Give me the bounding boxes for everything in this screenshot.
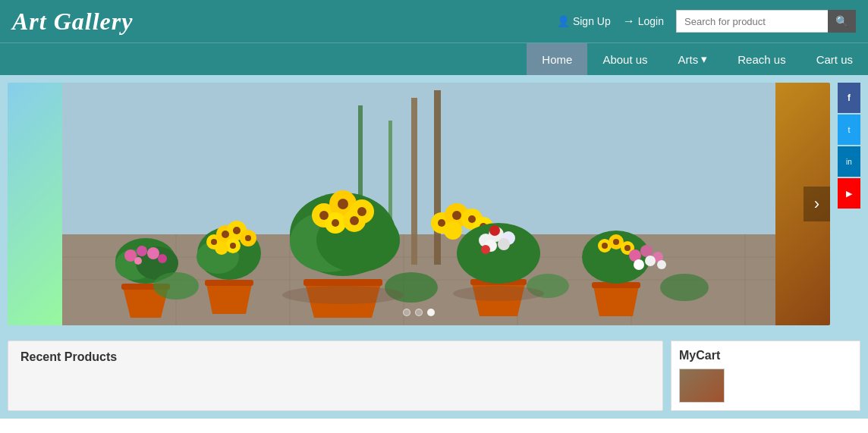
svg-point-20 (137, 246, 147, 256)
user-icon (557, 15, 570, 27)
search-bar: 🔍 (676, 10, 856, 33)
carousel-wrapper: › (8, 83, 830, 325)
nav-item-cart[interactable]: Cart us (801, 43, 868, 75)
carousel-dot-2[interactable] (415, 309, 423, 316)
carousel-dot-3[interactable] (427, 309, 435, 316)
nav-item-arts[interactable]: Arts ▾ (663, 43, 723, 75)
carousel-dots (403, 309, 435, 316)
svg-point-51 (357, 207, 366, 216)
svg-point-83 (640, 245, 653, 257)
svg-point-61 (468, 215, 476, 223)
svg-point-38 (230, 243, 236, 249)
svg-rect-13 (434, 90, 441, 265)
svg-rect-12 (411, 98, 417, 265)
svg-point-87 (657, 260, 666, 269)
svg-point-36 (233, 227, 241, 234)
nav-item-reach[interactable]: Reach us (722, 43, 800, 75)
svg-point-92 (282, 286, 404, 304)
svg-point-52 (332, 219, 339, 227)
social-linkedin-button[interactable]: in (838, 146, 860, 177)
svg-point-58 (444, 221, 462, 240)
svg-point-60 (452, 211, 461, 220)
nav-item-about[interactable]: About us (587, 43, 662, 75)
svg-point-21 (147, 247, 159, 259)
svg-point-50 (338, 199, 348, 209)
svg-point-34 (211, 239, 217, 245)
carousel-dot-1[interactable] (403, 309, 410, 316)
svg-point-80 (613, 239, 619, 245)
login-button[interactable]: Login (623, 14, 664, 28)
svg-point-59 (438, 219, 445, 227)
svg-point-70 (498, 238, 510, 250)
cart-thumbnail-image (679, 369, 725, 403)
recent-products-title: Recent Products (20, 350, 650, 364)
header-actions: Sign Up Login 🔍 (557, 10, 856, 33)
svg-point-91 (660, 274, 709, 301)
main-container: › f t in ▶ (0, 75, 868, 333)
svg-rect-40 (303, 279, 382, 286)
svg-point-85 (634, 259, 644, 270)
nav-item-home[interactable]: Home (527, 43, 587, 75)
header-top: Art Gallery Sign Up Login 🔍 (0, 0, 868, 42)
svg-point-49 (319, 211, 329, 220)
svg-marker-73 (593, 286, 639, 316)
chevron-right-icon: › (814, 194, 819, 213)
search-input[interactable] (676, 10, 828, 33)
chevron-down-icon: ▾ (701, 52, 707, 66)
svg-point-88 (153, 272, 199, 300)
carousel-next-button[interactable]: › (804, 187, 830, 221)
social-youtube-button[interactable]: ▶ (838, 178, 860, 209)
search-button[interactable]: 🔍 (828, 10, 856, 33)
carousel-image (8, 83, 830, 325)
side-panel: f t in ▶ (838, 83, 860, 325)
social-twitter-button[interactable]: t (838, 115, 860, 145)
social-facebook-button[interactable]: f (838, 83, 860, 113)
svg-point-35 (222, 231, 229, 238)
svg-point-79 (602, 243, 608, 249)
svg-point-37 (245, 235, 251, 241)
mycart-title: MyCart (679, 349, 852, 362)
bottom-section: Recent Products MyCart (0, 333, 868, 419)
navbar: Home About us Arts ▾ Reach us Cart us (0, 42, 868, 75)
signup-button[interactable]: Sign Up (557, 15, 611, 27)
login-icon (623, 14, 635, 28)
recent-products-panel: Recent Products (8, 340, 663, 411)
svg-point-71 (489, 225, 500, 236)
svg-marker-24 (206, 284, 252, 314)
garden-svg (8, 83, 830, 325)
svg-point-81 (624, 245, 631, 251)
search-icon: 🔍 (835, 15, 848, 27)
svg-point-86 (645, 256, 656, 266)
svg-point-23 (134, 257, 142, 265)
svg-point-72 (481, 245, 490, 254)
svg-point-33 (215, 241, 228, 255)
mycart-panel: MyCart (671, 340, 860, 411)
svg-point-53 (350, 216, 359, 225)
svg-point-22 (158, 254, 167, 263)
site-title: Art Gallery (12, 8, 133, 36)
svg-point-93 (453, 286, 544, 301)
svg-rect-25 (205, 280, 253, 286)
